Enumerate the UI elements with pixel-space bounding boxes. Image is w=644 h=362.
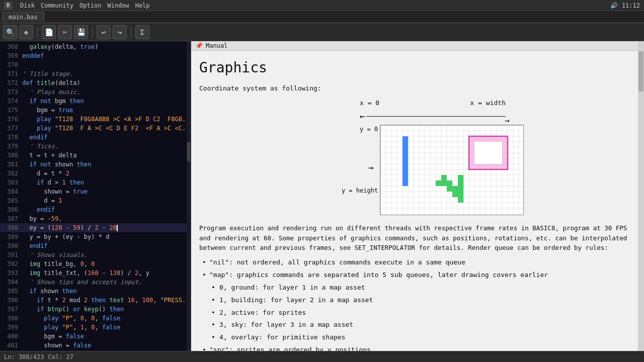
svg-rect-43: [403, 147, 408, 153]
code-line-372: 372def title(delta): [0, 78, 191, 87]
svg-rect-45: [403, 158, 408, 164]
code-content: 368 galaxy(delta, true) 369enddef 370 37…: [0, 41, 191, 351]
menu-disk[interactable]: Disk: [18, 2, 37, 9]
menu-help[interactable]: Help: [133, 2, 152, 9]
code-line-373: 373 ' Plays music.: [0, 87, 191, 97]
menu-option[interactable]: Option: [77, 2, 103, 9]
editor-scrollbar-thumb[interactable]: [187, 142, 190, 162]
code-line-402: 402 setup(): [0, 350, 191, 351]
manual-description: Program execution and rendering run on d…: [199, 223, 636, 252]
svg-rect-46: [403, 164, 408, 169]
bullet-spr: "spr": sprites are ordered by y position…: [199, 344, 636, 351]
main-layout: 368 galaxy(delta, true) 369enddef 370 37…: [0, 41, 644, 351]
toolbar: 🔍 ✥ 📄 ✂ 💾 ↩ ↪ Σ: [0, 23, 644, 41]
toolbar-sep-1: [37, 26, 38, 38]
toolbar-redo-btn[interactable]: ↪: [113, 25, 127, 39]
bullet-4-overlay: 4, overlay: for primitive shapes: [199, 331, 636, 344]
code-line-377: 377 play "T128 F A >C <C D E F2 <F A >C …: [0, 124, 191, 133]
code-line-396: 396 if t * 2 mod 2 then text 16, 100, "P…: [0, 296, 191, 305]
svg-rect-47: [403, 169, 408, 175]
status-bar: Ln: 388/423 Col: 27: [0, 351, 644, 362]
y-height-label: y = height: [342, 186, 378, 196]
menu-window[interactable]: Window: [105, 2, 131, 9]
y-zero-left: y = 0: [360, 125, 378, 134]
svg-rect-41: [403, 136, 408, 142]
status-column: Col: 27: [48, 353, 73, 360]
svg-rect-53: [436, 180, 441, 186]
toolbar-sep-2: [92, 26, 93, 38]
editor-scrollbar[interactable]: [187, 41, 191, 351]
bullet-list: "nil": not ordered, all graphics command…: [199, 256, 636, 351]
bullet-3-sky: 3, sky: for layer 3 in a map asset: [199, 319, 636, 331]
svg-rect-63: [458, 192, 463, 197]
svg-rect-51: [474, 142, 502, 164]
bullet-0-ground: 0, ground: for layer 1 in a map asset: [199, 282, 636, 294]
code-line-386: 386 endif: [0, 205, 191, 214]
code-line-395: 395 if shown then: [0, 287, 191, 296]
manual-title: Graphics: [199, 57, 636, 79]
svg-rect-48: [403, 175, 408, 180]
svg-rect-54: [441, 180, 447, 186]
code-editor[interactable]: 368 galaxy(delta, true) 369enddef 370 37…: [0, 41, 191, 351]
manual-scrollbar[interactable]: [638, 41, 644, 351]
manual-header-label: Manual: [206, 42, 227, 49]
svg-rect-44: [403, 153, 408, 158]
grid-svg: // We'll draw this via inline SVG elemen…: [380, 125, 524, 215]
code-line-391: 391 ' Shows visuals.: [0, 250, 191, 259]
code-line-376: 376 play "T128 F8G8A8B8 >C <A >F D C2 F8…: [0, 115, 191, 124]
toolbar-search-btn[interactable]: 🔍: [3, 25, 17, 39]
code-line-399: 399 play "P", 1, 0, false: [0, 323, 191, 332]
code-line-388: 388 ey = (128 - 59) / 2 - 20: [0, 223, 191, 232]
svg-rect-56: [441, 175, 447, 180]
toolbar-undo-btn[interactable]: ↩: [97, 25, 111, 39]
svg-rect-42: [403, 142, 408, 147]
title-bar: B Disk Community Option Window Help 🔊 11…: [0, 0, 644, 11]
code-line-383: 383 if d > 1 then: [0, 178, 191, 187]
code-line-401: 401 shown = false: [0, 341, 191, 350]
code-line-400: 400 bgm = false: [0, 332, 191, 341]
arrow-left: ←: [360, 109, 365, 124]
status-position: Ln: 388/423: [4, 353, 44, 360]
code-line-392: 392 img title_bg, 0, 0: [0, 259, 191, 268]
x-width-label: x = width: [470, 98, 506, 109]
code-line-390: 390 endif: [0, 241, 191, 250]
toolbar-sigma-btn[interactable]: Σ: [135, 25, 149, 39]
svg-rect-55: [447, 180, 452, 186]
code-line-393: 393 img title_txt, (160 - 138) / 2, y: [0, 268, 191, 278]
toolbar-cut-btn[interactable]: ✂: [58, 25, 72, 39]
svg-rect-64: [458, 197, 463, 203]
menu-community[interactable]: Community: [39, 2, 75, 9]
code-line-371: 371' Title stage.: [0, 69, 191, 78]
svg-rect-49: [403, 180, 408, 186]
manual-header: 📌 Manual: [191, 41, 644, 51]
code-line-384: 384 shown = true: [0, 187, 191, 196]
manual-scrollbar-thumb[interactable]: [638, 51, 643, 92]
code-line-387: 387 by = -59.: [0, 214, 191, 223]
app-icon: B: [4, 2, 12, 10]
toolbar-move-btn[interactable]: ✥: [19, 25, 33, 39]
svg-rect-60: [458, 180, 463, 186]
code-line-378: 378 endif: [0, 133, 191, 142]
toolbar-new-btn[interactable]: 📄: [42, 25, 56, 39]
menu-bar: Disk Community Option Window Help: [18, 2, 152, 9]
tab-main-bas[interactable]: main.bas: [2, 12, 44, 22]
code-line-379: 379 ' Ticks.: [0, 142, 191, 151]
toolbar-save-btn[interactable]: 💾: [74, 25, 88, 39]
code-line-375: 375 bgm = true: [0, 106, 191, 115]
title-clock: 🔊 11:12: [610, 2, 640, 9]
code-line-398: 398 play "P", 0, 0, false: [0, 314, 191, 323]
code-line-380: 380 t = t + delta: [0, 151, 191, 160]
code-line-369: 369enddef: [0, 51, 191, 60]
manual-body: Graphics Coordinate system as following:…: [191, 51, 644, 351]
code-line-370: 370: [0, 60, 191, 69]
svg-rect-59: [458, 186, 463, 192]
manual-coord-desc: Coordinate system as following:: [199, 83, 636, 94]
pin-icon: 📌: [195, 42, 203, 49]
svg-rect-57: [447, 186, 452, 192]
code-line-389: 389 y = by + (ey - by) * d: [0, 232, 191, 241]
code-line-368: 368 galaxy(delta, true): [0, 42, 191, 51]
tab-bar: main.bas: [0, 11, 644, 23]
code-line-397: 397 if btnp() or keyp() then: [0, 305, 191, 314]
code-line-382: 382 d = t * 2: [0, 169, 191, 178]
code-line-394: 394 ' Shows tips and accepts input.: [0, 278, 191, 287]
